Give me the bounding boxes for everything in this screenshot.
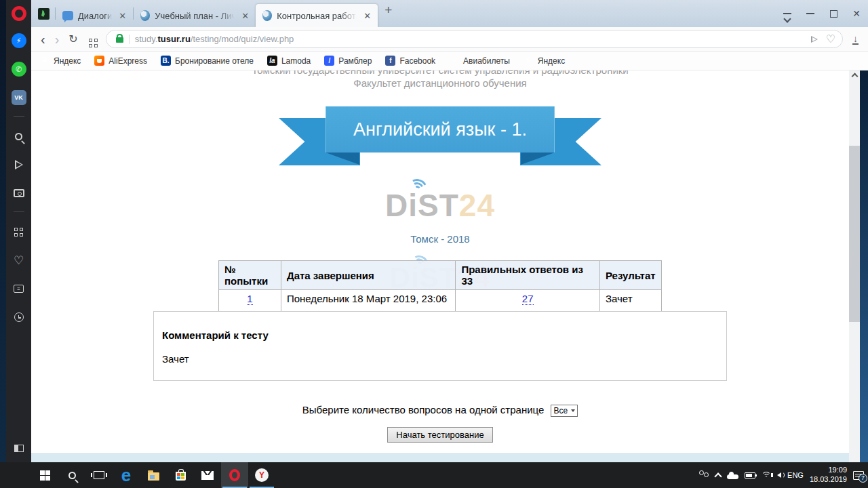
messenger-icon[interactable]: ⚡	[10, 32, 28, 49]
tab-study-plan[interactable]: Учебный план - Личный ✕	[134, 4, 256, 27]
secure-lock-icon[interactable]	[116, 37, 123, 43]
attempts-table: № попытки Дата завершения Правильных отв…	[218, 260, 662, 317]
clock[interactable]: 19:09 18.03.2019	[810, 466, 847, 485]
opera-icon	[229, 469, 240, 481]
tusur-favicon	[140, 10, 150, 21]
bookmark-rambler[interactable]: /Рамблер	[324, 56, 372, 66]
bookmark-facebook[interactable]: fFacebook	[385, 56, 435, 66]
people-icon[interactable]	[698, 472, 709, 479]
search-icon	[68, 472, 76, 479]
sidebar-toggle-icon[interactable]	[10, 439, 28, 457]
aliexpress-icon	[94, 56, 104, 66]
bookmark-yandex2[interactable]: ЯЯндекс	[524, 56, 565, 66]
bookmark-heart-icon[interactable]: ♡	[826, 34, 835, 45]
mail-icon	[201, 471, 214, 480]
vk-icon[interactable]: VK	[10, 89, 28, 106]
edge-button[interactable]: e	[113, 462, 140, 488]
scrollbar[interactable]	[849, 70, 860, 462]
wifi-icon[interactable]	[762, 472, 771, 479]
bookmark-avia[interactable]: ✈Авиабилеты	[449, 56, 510, 66]
airplane-icon: ✈	[449, 56, 459, 66]
taskbar-search-button[interactable]	[58, 462, 85, 488]
minimize-button[interactable]	[799, 13, 822, 14]
faculty-name: Факультет дистанционного обучения	[31, 77, 849, 89]
url-text[interactable]: study.tusur.ru/testing/mod/quiz/view.php	[135, 34, 294, 44]
col-correct: Правильных ответов из 33	[456, 261, 600, 290]
results-area: DiST24 № попытки Дата завершения Правиль…	[218, 260, 662, 317]
onedrive-icon[interactable]	[727, 474, 738, 479]
bookmark-yandex[interactable]: ЯЯндекс	[39, 56, 81, 66]
store-icon	[176, 472, 186, 481]
action-center-icon[interactable]: 7	[853, 471, 864, 480]
start-button[interactable]	[31, 462, 58, 488]
ms-store-button[interactable]	[167, 462, 194, 488]
maximize-button[interactable]	[822, 10, 845, 18]
language-indicator[interactable]: ENG	[787, 471, 804, 479]
back-button[interactable]: ‹	[41, 33, 45, 46]
url-divider	[129, 35, 130, 44]
time: 19:09	[810, 466, 847, 475]
mail-button[interactable]	[194, 462, 221, 488]
desktop-edge-right	[860, 70, 868, 462]
attempt-link[interactable]: 1	[247, 293, 252, 305]
col-date: Дата завершения	[281, 261, 455, 290]
task-view-button[interactable]	[85, 462, 113, 488]
close-icon[interactable]: ✕	[239, 9, 252, 22]
bookmarks-bar: ЯЯндекс AliExpress B.Бронирование отеле …	[31, 52, 868, 70]
search-icon[interactable]	[10, 127, 28, 145]
bookmark-lamoda[interactable]: laLamoda	[267, 56, 311, 66]
per-page-label: Выберите количество вопросов на одной ст…	[302, 404, 545, 415]
new-tab-button[interactable]: +	[384, 3, 392, 18]
whatsapp-icon[interactable]: ✆	[10, 60, 28, 78]
bookmark-aliexpress[interactable]: AliExpress	[94, 56, 147, 66]
browser-toolbar: ‹ › ↻ study.tusur.ru/testing/mod/quiz/vi…	[31, 27, 868, 52]
history-icon[interactable]	[10, 308, 28, 326]
course-title: Английский язык - 1.	[326, 106, 555, 152]
news-icon[interactable]: ≡	[10, 280, 28, 298]
opera-logo-icon[interactable]	[12, 6, 26, 21]
bookmark-booking[interactable]: B.Бронирование отеле	[161, 56, 254, 66]
forward-button[interactable]: ›	[55, 33, 60, 46]
share-icon[interactable]	[811, 36, 818, 43]
close-icon[interactable]: ✕	[361, 9, 374, 22]
tab-quiz-active[interactable]: Контрольная работа по д ✕	[256, 4, 378, 27]
system-tray: ENG 19:09 18.03.2019 7	[698, 462, 868, 488]
snapshot-icon[interactable]	[10, 184, 28, 202]
lamoda-icon: la	[267, 56, 277, 66]
bookmarks-icon[interactable]: ♡	[10, 251, 28, 269]
close-window-button[interactable]: ✕	[845, 8, 868, 19]
speed-dial-grid-icon[interactable]	[89, 30, 98, 47]
university-name: Томский государственный университет сист…	[31, 70, 849, 76]
reload-button[interactable]: ↻	[68, 34, 77, 45]
volume-icon[interactable]	[777, 472, 781, 478]
tab-dialogs[interactable]: Диалоги ✕	[56, 4, 133, 27]
correct-answers-link[interactable]: 27	[522, 293, 534, 305]
page-footer-strip	[31, 453, 849, 462]
opera-sidebar: ⚡ ✆ VK ♡ ≡	[6, 0, 31, 462]
speed-dial-icon[interactable]	[10, 223, 28, 241]
battery-icon[interactable]	[745, 472, 755, 479]
opera-taskbar-button[interactable]	[221, 462, 248, 488]
dist24-logo: DiST24	[31, 187, 849, 224]
downloads-icon[interactable]: ↓	[852, 34, 859, 45]
tab-menu-icon[interactable]	[776, 13, 799, 14]
scrollbar-thumb[interactable]	[849, 146, 860, 322]
address-bar[interactable]: study.tusur.ru/testing/mod/quiz/view.php…	[106, 30, 843, 48]
pinned-tab[interactable]	[38, 8, 50, 20]
start-test-button[interactable]: Начать тестирование	[387, 427, 492, 443]
col-attempt: № попытки	[219, 261, 281, 290]
yandex-browser-button[interactable]: Y	[248, 462, 275, 488]
yandex-icon: Я	[39, 56, 50, 66]
comment-box: Комментарий к тесту Зачет	[153, 311, 727, 381]
table-header-row: № попытки Дата завершения Правильных отв…	[219, 261, 662, 290]
tray-expand-icon[interactable]	[714, 472, 722, 480]
per-page-select[interactable]: Все	[551, 405, 578, 417]
tab-label: Учебный план - Личный	[155, 11, 235, 21]
close-icon[interactable]: ✕	[116, 9, 129, 22]
tab-bar: Диалоги ✕ Учебный план - Личный ✕ Контро…	[31, 0, 868, 27]
task-view-icon	[94, 471, 104, 479]
page-content: Томский государственный университет сист…	[31, 70, 849, 462]
scroll-up-arrow-icon[interactable]	[852, 73, 857, 78]
file-explorer-button[interactable]	[140, 462, 167, 488]
my-flow-icon[interactable]	[10, 156, 28, 174]
